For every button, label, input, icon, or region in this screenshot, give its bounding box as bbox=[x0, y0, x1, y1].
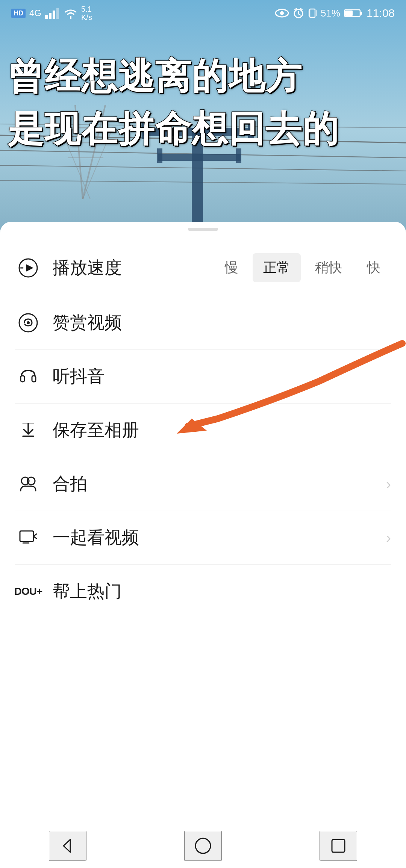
watch-together-icon bbox=[15, 525, 41, 551]
status-right: 51% 11:08 bbox=[275, 7, 395, 20]
menu-item-reward[interactable]: 赞赏视频 bbox=[15, 296, 391, 350]
back-button[interactable] bbox=[49, 831, 86, 861]
svg-marker-50 bbox=[64, 839, 70, 852]
svg-point-40 bbox=[27, 321, 30, 324]
download-icon bbox=[15, 417, 41, 443]
svg-line-27 bbox=[298, 14, 300, 15]
network-speed: 5.1K/s bbox=[81, 5, 92, 21]
video-line2: 是现在拼命想回去的 bbox=[8, 105, 406, 154]
svg-rect-41 bbox=[21, 376, 24, 382]
speed-slightly-fast-btn[interactable]: 稍快 bbox=[304, 253, 353, 282]
watch-together-chevron-icon: › bbox=[386, 529, 391, 546]
menu-item-listen[interactable]: 听抖音 bbox=[15, 350, 391, 404]
menu-item-collab[interactable]: 合拍 › bbox=[15, 457, 391, 511]
video-text-overlay: 曾经想逃离的地方 是现在拼命想回去的 bbox=[8, 53, 406, 154]
svg-point-51 bbox=[195, 838, 211, 853]
svg-rect-7 bbox=[158, 154, 241, 161]
svg-rect-35 bbox=[345, 11, 353, 16]
status-left: HD 4G 5.1K/s bbox=[11, 5, 92, 21]
eye-icon bbox=[275, 8, 289, 18]
collab-chevron-icon: › bbox=[386, 476, 391, 493]
svg-rect-20 bbox=[49, 13, 52, 19]
dou-text-icon: DOU+ bbox=[14, 585, 42, 597]
home-button[interactable] bbox=[184, 831, 222, 861]
sheet-drag-handle[interactable] bbox=[188, 228, 218, 231]
svg-rect-42 bbox=[32, 376, 36, 382]
listen-label: 听抖音 bbox=[53, 365, 391, 388]
nav-bar bbox=[0, 823, 406, 868]
headphone-icon bbox=[15, 363, 41, 390]
menu-item-watch-together[interactable]: 一起看视频 › bbox=[15, 511, 391, 565]
vibrate-icon bbox=[308, 8, 317, 19]
dou-plus-icon: DOU+ bbox=[15, 578, 41, 605]
svg-rect-46 bbox=[20, 531, 33, 541]
status-bar: HD 4G 5.1K/s bbox=[0, 0, 406, 26]
bottom-sheet: 播放速度 慢 正常 稍快 快 赞赏视频 bbox=[0, 222, 406, 868]
speed-normal-btn[interactable]: 正常 bbox=[253, 253, 301, 282]
svg-rect-21 bbox=[53, 11, 55, 19]
playback-speed-icon bbox=[15, 255, 41, 281]
collab-icon bbox=[15, 471, 41, 497]
svg-rect-34 bbox=[360, 12, 362, 15]
menu-item-playback-speed[interactable]: 播放速度 慢 正常 稍快 快 bbox=[15, 240, 391, 296]
svg-point-24 bbox=[280, 11, 284, 15]
svg-marker-37 bbox=[26, 264, 33, 272]
hd-badge: HD bbox=[11, 9, 26, 18]
speed-controls: 慢 正常 稍快 快 bbox=[214, 253, 391, 282]
reward-icon bbox=[15, 310, 41, 336]
signal-4g: 4G bbox=[29, 8, 41, 18]
watch-together-label: 一起看视频 bbox=[53, 526, 386, 549]
speed-slow-btn[interactable]: 慢 bbox=[214, 253, 249, 282]
trending-label: 帮上热门 bbox=[53, 580, 391, 603]
menu-item-save[interactable]: 保存至相册 bbox=[15, 404, 391, 457]
recents-button[interactable] bbox=[320, 831, 357, 861]
svg-rect-30 bbox=[310, 9, 315, 17]
wifi-icon bbox=[64, 8, 77, 19]
speed-fast-btn[interactable]: 快 bbox=[356, 253, 391, 282]
menu-item-trending[interactable]: DOU+ 帮上热门 bbox=[15, 565, 391, 618]
svg-rect-52 bbox=[332, 839, 345, 852]
battery-percent: 51% bbox=[321, 8, 340, 19]
collab-label: 合拍 bbox=[53, 472, 386, 496]
video-line1: 曾经想逃离的地方 bbox=[8, 53, 406, 101]
battery-icon bbox=[344, 8, 363, 18]
svg-rect-22 bbox=[56, 8, 59, 19]
save-label: 保存至相册 bbox=[53, 419, 391, 442]
signal-bars-icon bbox=[45, 8, 60, 19]
alarm-icon bbox=[293, 8, 304, 19]
playback-speed-label: 播放速度 bbox=[53, 256, 214, 280]
svg-rect-19 bbox=[45, 15, 48, 19]
time: 11:08 bbox=[367, 7, 395, 20]
reward-label: 赞赏视频 bbox=[53, 311, 391, 334]
menu-list: 播放速度 慢 正常 稍快 快 赞赏视频 bbox=[0, 240, 406, 618]
